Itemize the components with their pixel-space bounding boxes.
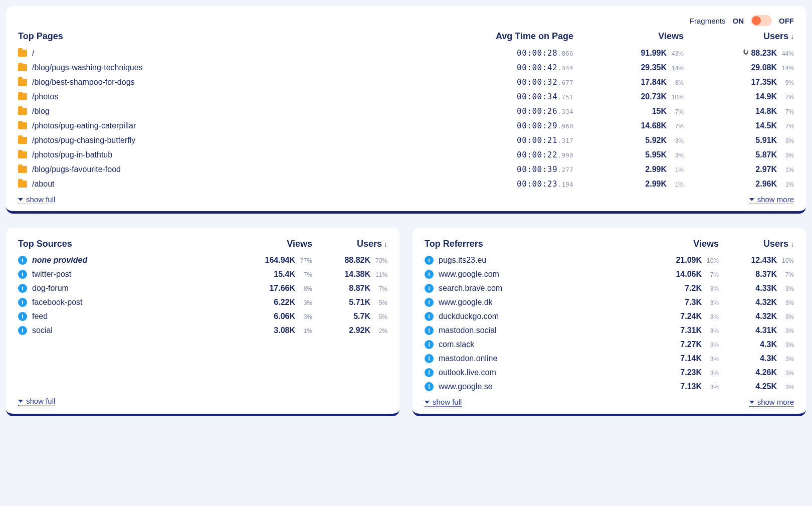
table-row[interactable]: i duckduckgo.com 7.24K3% 4.32K3% [425, 309, 794, 323]
table-row[interactable]: /photos/pug-in-bathtub 00:00:22.990 5.95… [18, 147, 794, 162]
referrers-name: search.brave.com [439, 284, 502, 293]
table-row[interactable]: i www.google.se 7.13K3% 4.25K3% [425, 380, 794, 394]
info-icon: i [425, 298, 434, 307]
table-row[interactable]: i twitter-post 15.4K7% 14.38K11% [18, 267, 387, 281]
users: 4.25K3% [719, 382, 794, 391]
table-row[interactable]: i mastodon.social 7.31K3% 4.31K3% [425, 323, 794, 338]
users: 8.37K7% [719, 270, 794, 279]
views: 7.13K3% [644, 382, 719, 391]
referrers-name: outlook.live.com [439, 368, 496, 377]
users: 88.23K44% [684, 49, 794, 58]
pages-show-full[interactable]: show full [18, 195, 55, 204]
table-row[interactable]: i social 3.08K1% 2.92K2% [18, 323, 387, 338]
page-path: /blog/pugs-favourite-food [32, 165, 121, 174]
users: 5.71K5% [312, 298, 387, 307]
fragments-toggle[interactable] [751, 15, 772, 26]
info-icon: i [18, 270, 27, 279]
fragments-on-label: ON [733, 17, 744, 25]
referrers-name: www.google.dk [439, 298, 493, 307]
views: 17.84K8% [573, 78, 684, 87]
table-row[interactable]: i mastodon.online 7.14K3% 4.3K3% [425, 352, 794, 366]
views: 29.35K14% [573, 63, 684, 72]
table-row[interactable]: /photos 00:00:34.751 20.73K10% 14.9K7% [18, 89, 794, 104]
table-row[interactable]: i www.google.dk 7.3K3% 4.32K3% [425, 295, 794, 309]
views: 7.3K3% [644, 298, 719, 307]
referrers-show-more[interactable]: show more [749, 398, 794, 407]
info-icon: i [18, 256, 27, 265]
col-users[interactable]: Users↓ [312, 239, 387, 249]
table-row[interactable]: /about 00:00:23.194 2.99K1% 2.96K1% [18, 177, 794, 191]
views: 7.24K3% [644, 312, 719, 321]
page-path: /blog/pugs-washing-techniques [32, 63, 143, 72]
info-icon: i [425, 284, 434, 293]
views: 6.06K3% [237, 312, 312, 321]
table-row[interactable]: i search.brave.com 7.2K3% 4.33K3% [425, 281, 794, 295]
pages-show-more[interactable]: show more [749, 195, 794, 204]
col-avg-time[interactable]: Avg Time on Page [463, 31, 573, 42]
table-row[interactable]: i dog-forum 17.66K8% 8.87K7% [18, 281, 387, 295]
chevron-down-icon [749, 198, 754, 201]
info-icon: i [425, 382, 434, 391]
pages-title: Top Pages [18, 31, 463, 42]
col-views[interactable]: Views [644, 239, 719, 249]
table-row[interactable]: /blog 00:00:26.334 15K7% 14.8K7% [18, 104, 794, 118]
users: 17.35K9% [684, 78, 794, 87]
referrers-name: pugs.its23.eu [439, 256, 486, 265]
col-users[interactable]: Users↓ [719, 239, 794, 249]
sources-title: Top Sources [18, 239, 237, 249]
table-row[interactable]: i www.google.com 14.06K7% 8.37K7% [425, 267, 794, 281]
table-row[interactable]: i feed 6.06K3% 5.7K5% [18, 309, 387, 323]
users: 5.7K5% [312, 312, 387, 321]
avg-time: 00:00:22.990 [463, 150, 573, 159]
users: 4.33K3% [719, 284, 794, 293]
users: 4.32K3% [719, 298, 794, 307]
views: 21.09K10% [644, 256, 719, 265]
page-path: /photos/pug-chasing-butterfly [32, 136, 135, 145]
referrers-name: duckduckgo.com [439, 312, 499, 321]
users: 4.32K3% [719, 312, 794, 321]
users: 12.43K10% [719, 256, 794, 265]
table-row[interactable]: /photos/pug-eating-caterpillar 00:00:29.… [18, 118, 794, 133]
info-icon: i [18, 298, 27, 307]
table-row[interactable]: /blog/pugs-favourite-food 00:00:39.277 2… [18, 162, 794, 177]
info-icon: i [425, 368, 434, 377]
table-row[interactable]: i facebook-post 6.22K3% 5.71K5% [18, 295, 387, 309]
page-path: /blog [32, 107, 50, 116]
referrers-name: mastodon.social [439, 326, 497, 335]
page-path: / [32, 49, 34, 58]
users: 14.38K11% [312, 270, 387, 279]
page-path: /photos [32, 92, 58, 101]
folder-icon [18, 122, 27, 129]
info-icon: i [425, 354, 434, 363]
table-row[interactable]: i pugs.its23.eu 21.09K10% 12.43K10% [425, 253, 794, 267]
sources-name: social [32, 326, 53, 335]
table-row[interactable]: /photos/pug-chasing-butterfly 00:00:21.3… [18, 133, 794, 147]
sort-desc-icon: ↓ [384, 240, 387, 248]
col-views[interactable]: Views [573, 31, 684, 42]
table-row[interactable]: i none provided 164.94K77% 88.82K70% [18, 253, 387, 267]
users: 5.87K3% [684, 150, 794, 159]
referrers-header: Top Referrers Views Users↓ [425, 237, 794, 253]
table-row[interactable]: /blog/pugs-washing-techniques 00:00:42.3… [18, 60, 794, 75]
page-path: /photos/pug-in-bathtub [32, 150, 112, 159]
top-sources-card: Top Sources Views Users↓ i none provided… [6, 228, 399, 416]
table-row[interactable]: / 00:00:28.866 91.99K43% 88.23K44% [18, 46, 794, 60]
sources-name: facebook-post [32, 298, 83, 307]
referrers-name: www.google.com [439, 270, 499, 279]
views: 5.92K3% [573, 136, 684, 145]
col-views[interactable]: Views [237, 239, 312, 249]
users: 2.92K2% [312, 326, 387, 335]
users: 4.3K3% [719, 354, 794, 363]
avg-time: 00:00:26.334 [463, 106, 573, 116]
views: 15.4K7% [237, 270, 312, 279]
table-row[interactable]: i com.slack 7.27K3% 4.3K3% [425, 338, 794, 352]
avg-time: 00:00:34.751 [463, 92, 573, 101]
sort-desc-icon: ↓ [790, 240, 794, 248]
views: 7.23K3% [644, 368, 719, 377]
sources-show-full[interactable]: show full [18, 397, 55, 406]
referrers-show-full[interactable]: show full [425, 398, 462, 407]
avg-time: 00:00:21.317 [463, 135, 573, 145]
table-row[interactable]: /blog/best-shampoo-for-dogs 00:00:32.677… [18, 75, 794, 89]
col-users[interactable]: Users↓ [684, 31, 794, 42]
table-row[interactable]: i outlook.live.com 7.23K3% 4.26K3% [425, 366, 794, 380]
